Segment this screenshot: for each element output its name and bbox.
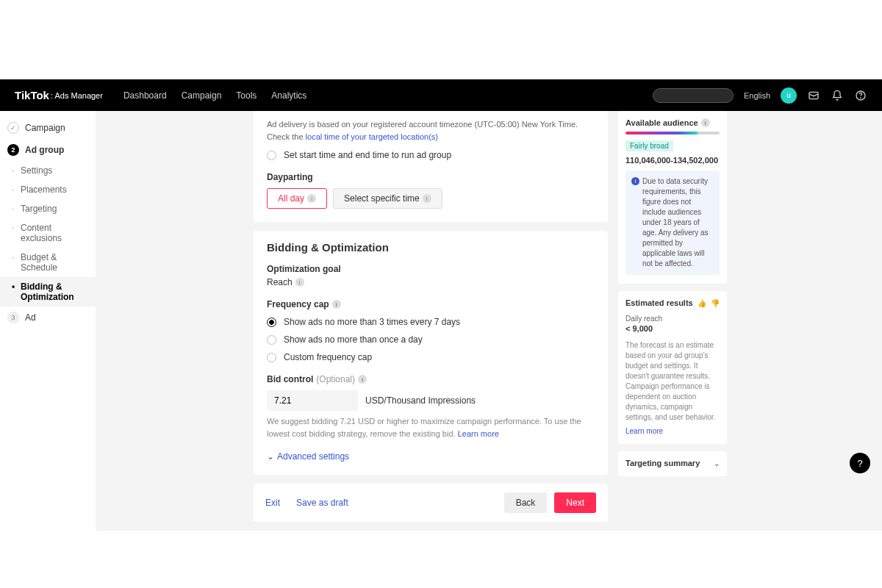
schedule-card: Ad delivery is based on your registered …	[254, 111, 608, 222]
step-number-icon: 3	[7, 312, 19, 323]
optimization-goal-value: Reachi	[267, 277, 595, 287]
dayparting-label: Dayparting	[267, 172, 595, 182]
sidebar-item-content-exclusions[interactable]: Content exclusions	[0, 218, 96, 248]
learn-more-link[interactable]: Learn more	[625, 427, 720, 435]
topbar: TikTok : Ads Manager Dashboard Campaign …	[0, 79, 882, 111]
inbox-icon[interactable]	[807, 89, 820, 102]
audience-breadth-bar	[625, 132, 720, 135]
step-label: Campaign	[25, 123, 65, 133]
help-icon[interactable]	[854, 89, 867, 102]
freq-option-custom[interactable]: Custom frequency cap	[267, 352, 595, 362]
info-icon: i	[358, 375, 367, 384]
option-label: Set start time and end time to run ad gr…	[284, 150, 451, 160]
dayparting-all-day[interactable]: All dayi	[267, 188, 327, 209]
save-draft-link[interactable]: Save as draft	[296, 498, 348, 508]
info-icon: i	[332, 300, 341, 309]
radio-icon	[267, 318, 276, 327]
targeting-summary-card[interactable]: Targeting summary ⌄	[618, 451, 727, 476]
info-icon: i	[701, 118, 710, 127]
logo: TikTok	[15, 89, 49, 101]
radio-icon	[267, 353, 276, 362]
step-number-icon: 2	[7, 144, 19, 156]
bid-suggestion: We suggest bidding 7.21 USD or higher to…	[267, 415, 595, 440]
audience-note: i Due to data security requirements, thi…	[625, 171, 720, 275]
card-title: Estimated results 👍 👎	[625, 298, 720, 307]
option-label: Show ads no more than 3 times every 7 da…	[284, 317, 460, 327]
step-ad[interactable]: 3 Ad	[0, 306, 96, 329]
sidebar: ✓ Campaign 2 Ad group Settings Placement…	[0, 111, 96, 531]
topbar-right: English u	[653, 87, 867, 104]
search-input[interactable]	[653, 88, 734, 103]
bid-unit: USD/Thousand Impressions	[365, 395, 476, 406]
section-title: Bidding & Optimization	[267, 241, 595, 254]
info-icon: i	[307, 194, 316, 203]
nav-campaign[interactable]: Campaign	[182, 90, 222, 101]
card-title: Available audiencei	[625, 118, 720, 127]
estimated-results-card: Estimated results 👍 👎 Daily reach < 9,00…	[618, 291, 727, 444]
svg-point-2	[861, 98, 861, 98]
top-nav: Dashboard Campaign Tools Analytics	[123, 90, 306, 101]
nav-analytics[interactable]: Analytics	[271, 90, 306, 101]
forecast-note: The forecast is an estimate based on you…	[625, 340, 720, 423]
breadth-badge: Fairly broad	[625, 140, 673, 151]
back-button[interactable]: Back	[504, 492, 548, 513]
step-label: Ad group	[25, 145, 64, 155]
thumbs-down-icon[interactable]: 👎	[711, 299, 720, 307]
audience-range: 110,046,000-134,502,000	[625, 156, 720, 165]
sidebar-item-budget-schedule[interactable]: Budget & Schedule	[0, 248, 96, 277]
logo-subtitle: : Ads Manager	[51, 91, 103, 100]
nav-dashboard[interactable]: Dashboard	[123, 90, 167, 101]
check-icon: ✓	[7, 122, 19, 134]
radio-icon	[267, 151, 276, 160]
daily-reach-value: < 9,000	[625, 324, 720, 333]
option-label: Custom frequency cap	[284, 352, 372, 362]
available-audience-card: Available audiencei Fairly broad 110,046…	[618, 111, 727, 284]
sidebar-item-bidding-optimization[interactable]: Bidding & Optimization	[0, 277, 96, 306]
step-campaign[interactable]: ✓ Campaign	[0, 117, 96, 139]
next-button[interactable]: Next	[554, 492, 596, 513]
step-adgroup[interactable]: 2 Ad group	[0, 139, 96, 161]
avatar[interactable]: u	[781, 87, 797, 104]
bid-amount-input[interactable]	[267, 390, 358, 411]
dayparting-select-time[interactable]: Select specific timei	[333, 188, 442, 209]
thumbs-up-icon[interactable]: 👍	[698, 299, 706, 307]
radio-icon	[267, 335, 276, 345]
local-time-link[interactable]: local time of your targeted location(s)	[306, 132, 438, 141]
sidebar-item-targeting[interactable]: Targeting	[0, 199, 96, 218]
daily-reach-label: Daily reach	[625, 315, 720, 323]
sidebar-item-settings[interactable]: Settings	[0, 161, 96, 180]
option-label: Show ads no more than once a day	[284, 334, 423, 345]
language-selector[interactable]: English	[744, 91, 770, 100]
nav-tools[interactable]: Tools	[236, 90, 257, 101]
chevron-down-icon: ⌄	[267, 451, 274, 462]
schedule-start-end-option[interactable]: Set start time and end time to run ad gr…	[267, 150, 595, 160]
timezone-note: Ad delivery is based on your registered …	[267, 118, 595, 143]
chevron-down-icon: ⌄	[714, 459, 720, 467]
step-label: Ad	[25, 312, 36, 323]
frequency-cap-label: Frequency capi	[267, 299, 595, 309]
bidding-card: Bidding & Optimization Optimization goal…	[254, 231, 608, 475]
bid-control-label: Bid control (Optional) i	[267, 374, 595, 384]
advanced-settings-toggle[interactable]: ⌄ Advanced settings	[267, 451, 349, 462]
info-icon: i	[631, 177, 639, 185]
exit-link[interactable]: Exit	[265, 498, 280, 508]
learn-more-link[interactable]: Learn more	[458, 429, 499, 438]
freq-option-3x7[interactable]: Show ads no more than 3 times every 7 da…	[267, 317, 595, 327]
bell-icon[interactable]	[831, 89, 844, 102]
info-icon: i	[423, 194, 431, 203]
optimization-goal-label: Optimization goal	[267, 264, 595, 274]
freq-option-once-day[interactable]: Show ads no more than once a day	[267, 334, 595, 345]
card-title: Targeting summary	[625, 459, 700, 467]
footer-bar: Exit Save as draft Back Next	[254, 484, 608, 522]
sidebar-item-placements[interactable]: Placements	[0, 180, 96, 199]
info-icon: i	[295, 278, 304, 287]
help-fab[interactable]: ?	[850, 453, 870, 473]
